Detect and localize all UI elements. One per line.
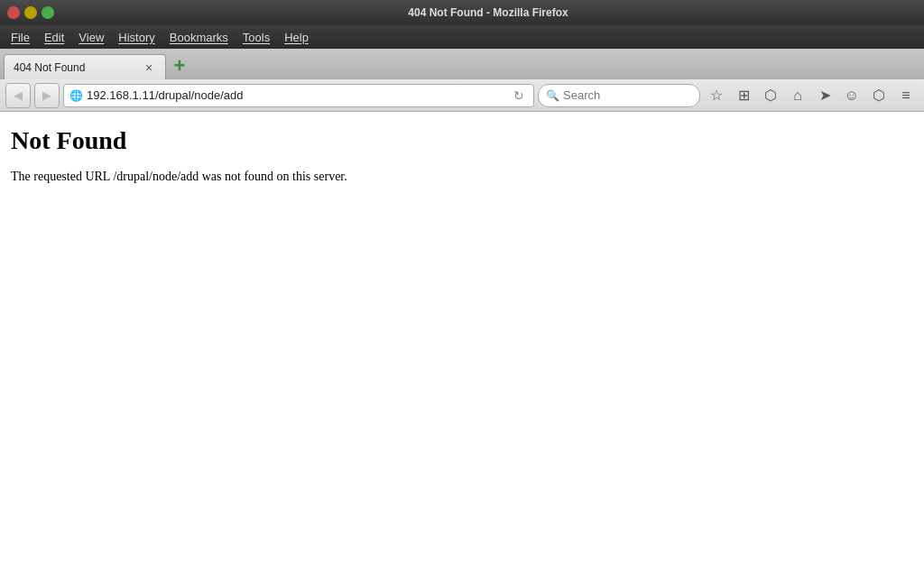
menu-tools[interactable]: Tools bbox=[236, 29, 277, 46]
window-title: 404 Not Found - Mozilla Firefox bbox=[60, 6, 917, 19]
tab-close-button[interactable]: × bbox=[142, 60, 156, 75]
maximize-window-button[interactable] bbox=[42, 6, 54, 19]
forward-icon: ▶ bbox=[42, 88, 51, 102]
tabbar: 404 Not Found × + bbox=[0, 49, 924, 79]
tab-label: 404 Not Found bbox=[14, 61, 134, 74]
close-window-button[interactable] bbox=[7, 6, 20, 19]
profile-icon[interactable]: ☺ bbox=[839, 83, 864, 108]
browser-window: 404 Not Found - Mozilla Firefox File Edi… bbox=[0, 0, 924, 571]
menu-bookmarks[interactable]: Bookmarks bbox=[162, 29, 236, 46]
home-icon[interactable]: ⌂ bbox=[785, 83, 810, 108]
address-lock-icon: 🌐 bbox=[69, 89, 83, 102]
search-input[interactable] bbox=[563, 88, 680, 102]
menu-history[interactable]: History bbox=[111, 29, 162, 46]
search-icon: 🔍 bbox=[546, 89, 559, 102]
menubar: File Edit View History Bookmarks Tools H… bbox=[0, 25, 924, 49]
window-controls bbox=[7, 6, 54, 19]
new-tab-button[interactable]: + bbox=[170, 56, 189, 76]
menu-view[interactable]: View bbox=[71, 29, 111, 46]
pocket-icon[interactable]: ⬡ bbox=[758, 83, 783, 108]
shield-icon[interactable]: ⬡ bbox=[866, 83, 892, 108]
menu-file[interactable]: File bbox=[4, 29, 37, 46]
reload-button[interactable]: ↻ bbox=[510, 87, 528, 105]
send-icon[interactable]: ➤ bbox=[812, 83, 837, 108]
search-container[interactable]: 🔍 bbox=[538, 84, 700, 107]
menu-edit[interactable]: Edit bbox=[37, 29, 71, 46]
page-heading: Not Found bbox=[11, 126, 913, 155]
page-body: The requested URL /drupal/node/add was n… bbox=[11, 170, 913, 184]
minimize-window-button[interactable] bbox=[24, 6, 37, 19]
toolbar-icons: ☆ ⊞ ⬡ ⌂ ➤ ☺ ⬡ ≡ bbox=[704, 83, 919, 108]
address-bar-container[interactable]: 🌐 ↻ bbox=[63, 84, 534, 107]
bookmark-star-icon[interactable]: ☆ bbox=[704, 83, 729, 108]
titlebar: 404 Not Found - Mozilla Firefox bbox=[0, 0, 924, 25]
history-icon[interactable]: ⊞ bbox=[731, 83, 756, 108]
address-input[interactable] bbox=[87, 88, 506, 102]
forward-button[interactable]: ▶ bbox=[34, 83, 60, 108]
back-button[interactable]: ◀ bbox=[5, 83, 31, 108]
menu-icon[interactable]: ≡ bbox=[893, 83, 919, 108]
active-tab[interactable]: 404 Not Found × bbox=[4, 54, 166, 79]
page-content: Not Found The requested URL /drupal/node… bbox=[0, 112, 924, 571]
menu-help[interactable]: Help bbox=[277, 29, 316, 46]
back-icon: ◀ bbox=[14, 88, 23, 102]
navbar: ◀ ▶ 🌐 ↻ 🔍 ☆ ⊞ ⬡ ⌂ ➤ ☺ ⬡ ≡ bbox=[0, 79, 924, 112]
